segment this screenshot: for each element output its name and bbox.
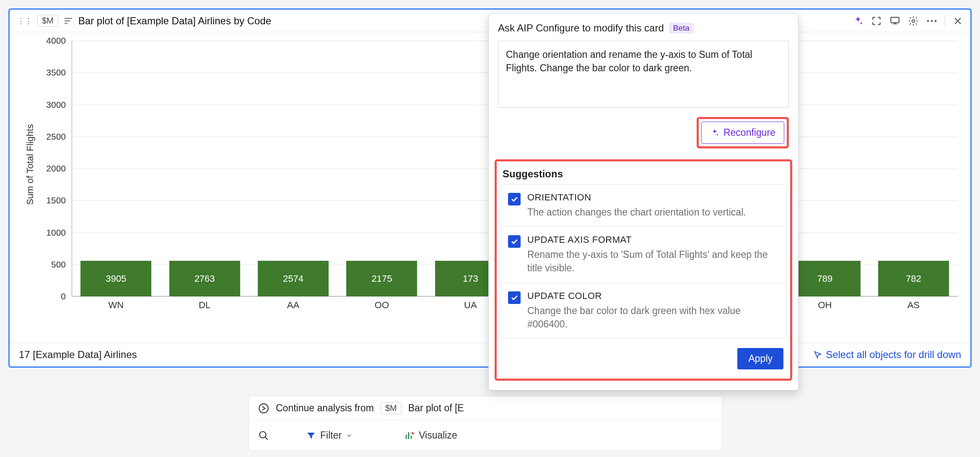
suggestion-item[interactable]: ORIENTATION The action changes the chart… xyxy=(500,184,786,227)
x-tick: AS xyxy=(869,300,958,311)
bar-value-label: 2763 xyxy=(194,273,215,284)
present-icon[interactable] xyxy=(889,16,900,26)
suggestion-title: UPDATE AXIS FORMAT xyxy=(527,234,779,245)
footer-count: 17 [Example Data] Airlines xyxy=(19,349,137,361)
analysis-bar: Continue analysis from $M Bar plot of [E… xyxy=(249,396,722,451)
y-tick: 4000 xyxy=(38,36,69,46)
checkbox-icon[interactable] xyxy=(508,193,521,205)
y-tick: 3000 xyxy=(38,100,69,110)
search-icon[interactable] xyxy=(258,430,269,441)
x-tick: DL xyxy=(160,300,249,311)
bar-slot: 2763DL xyxy=(160,261,249,296)
suggestion-title: UPDATE COLOR xyxy=(527,291,779,301)
reconfigure-label: Reconfigure xyxy=(723,127,775,138)
y-tick: 0 xyxy=(38,291,69,301)
checkbox-icon[interactable] xyxy=(508,235,521,248)
suggestions-title: Suggestions xyxy=(500,165,787,184)
bar-value-label: 782 xyxy=(906,273,921,284)
suggestion-desc: Change the bar color to dark green with … xyxy=(527,304,779,331)
checkbox-icon[interactable] xyxy=(508,291,521,304)
continue-arrow-icon xyxy=(258,403,269,414)
bar[interactable]: 3905 xyxy=(80,261,151,296)
gear-icon[interactable] xyxy=(908,16,919,26)
sort-bars-icon[interactable] xyxy=(63,16,73,26)
suggestion-desc: The action changes the chart orientation… xyxy=(527,205,746,219)
visualize-button[interactable]: Visualize xyxy=(398,426,464,444)
y-tick: 1000 xyxy=(38,228,69,238)
select-all-link[interactable]: Select all objects for drill down xyxy=(813,349,961,361)
close-icon[interactable] xyxy=(953,16,963,26)
expand-icon[interactable] xyxy=(871,16,882,26)
bar[interactable]: 2763 xyxy=(169,261,240,296)
ai-sparkle-icon[interactable] xyxy=(853,16,863,26)
select-all-text: Select all objects for drill down xyxy=(826,349,961,361)
analysis-pill[interactable]: $M xyxy=(381,402,402,414)
bar[interactable]: 2574 xyxy=(258,261,329,296)
bar-slot: 782AS xyxy=(869,261,958,296)
bar-slot: 2175OO xyxy=(337,261,426,296)
suggestions-panel: Suggestions ORIENTATION The action chang… xyxy=(495,159,792,381)
svg-point-4 xyxy=(912,19,915,22)
filter-icon xyxy=(306,431,316,441)
suggestion-item[interactable]: UPDATE COLOR Change the bar color to dar… xyxy=(500,283,786,338)
continue-label: Continue analysis from xyxy=(276,402,374,414)
svg-point-9 xyxy=(259,431,266,438)
currency-pill[interactable]: $M xyxy=(37,15,58,27)
svg-rect-3 xyxy=(891,17,899,23)
y-tick: 2500 xyxy=(38,132,69,142)
suggestion-title: ORIENTATION xyxy=(527,192,746,203)
x-tick: WN xyxy=(72,300,160,311)
bar-value-label: 2175 xyxy=(371,273,392,284)
bar-value-label: 3905 xyxy=(106,273,126,284)
filter-label: Filter xyxy=(320,430,342,441)
apply-button[interactable]: Apply xyxy=(737,348,783,369)
svg-point-7 xyxy=(935,20,937,22)
visualize-label: Visualize xyxy=(419,430,457,441)
bar-value-label: 173 xyxy=(463,273,478,284)
more-icon[interactable] xyxy=(926,19,937,23)
popover-header: Ask AIP Configure to modify this card Be… xyxy=(489,14,798,41)
cursor-icon xyxy=(813,350,822,359)
x-tick: AA xyxy=(249,300,337,311)
popover-title: Ask AIP Configure to modify this card xyxy=(498,22,664,34)
svg-point-6 xyxy=(931,20,933,22)
y-tick: 1500 xyxy=(38,195,69,205)
bar-slot: 2574AA xyxy=(249,261,337,296)
suggestion-desc: Rename the y-axis to 'Sum of Total Fligh… xyxy=(527,248,779,275)
filter-button[interactable]: Filter xyxy=(299,426,359,444)
bar[interactable]: 782 xyxy=(878,261,949,296)
reconfigure-button[interactable]: Reconfigure xyxy=(701,122,784,144)
bar-value-label: 2574 xyxy=(283,273,303,284)
svg-point-8 xyxy=(259,404,268,413)
y-tick: 3500 xyxy=(38,68,69,78)
card-title: Bar plot of [Example Data] Airlines by C… xyxy=(78,15,271,27)
chevron-down-icon xyxy=(346,432,353,439)
y-tick: 2000 xyxy=(38,164,69,174)
aip-configure-popover: Ask AIP Configure to modify this card Be… xyxy=(488,13,799,390)
y-axis-label: Sum of Total Flights xyxy=(22,124,38,205)
bar[interactable]: 789 xyxy=(789,261,860,296)
analysis-ref: Bar plot of [E xyxy=(408,402,464,414)
prompt-input[interactable]: Change orientation and rename the y-axis… xyxy=(498,41,789,108)
beta-badge: Beta xyxy=(669,23,694,34)
drag-handle-icon[interactable]: ⋮⋮ xyxy=(17,16,32,26)
bar-value-label: 789 xyxy=(817,273,833,284)
header-actions xyxy=(853,15,963,27)
suggestion-item[interactable]: UPDATE AXIS FORMAT Rename the y-axis to … xyxy=(500,227,786,283)
bar[interactable]: 2175 xyxy=(346,261,417,296)
chart-up-icon xyxy=(404,431,415,441)
bar-slot: 3905WN xyxy=(72,261,160,296)
divider xyxy=(945,15,945,27)
sparkle-icon xyxy=(710,128,719,138)
x-tick: OO xyxy=(337,300,426,311)
svg-point-5 xyxy=(927,20,929,22)
y-tick: 500 xyxy=(38,260,69,270)
